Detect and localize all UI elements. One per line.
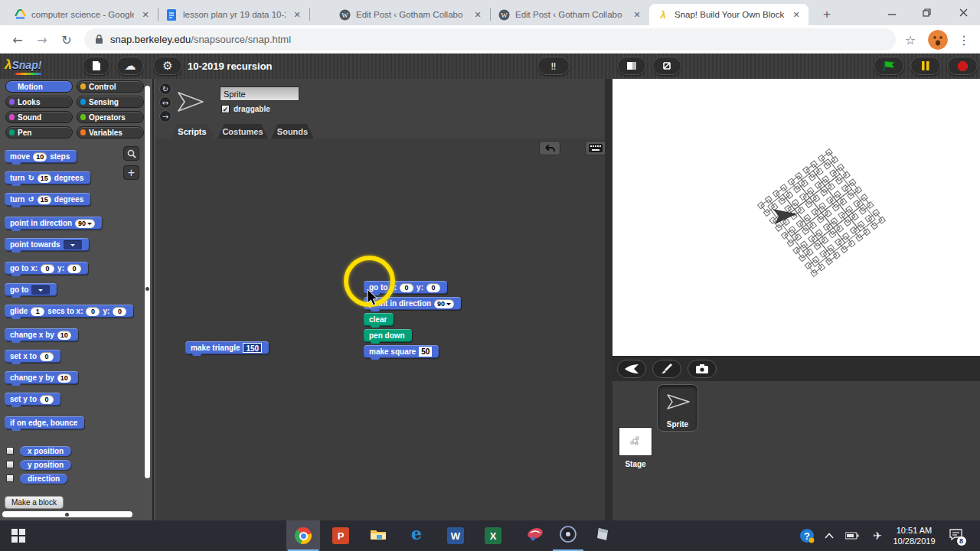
watcher-checkbox[interactable] (6, 447, 14, 455)
sprite-name-input[interactable] (220, 86, 299, 101)
forward-button[interactable]: → (32, 30, 52, 50)
category-button-variables[interactable]: Variables (77, 126, 144, 139)
category-button-control[interactable]: Control (77, 80, 144, 93)
category-button-motion[interactable]: Motion (5, 80, 73, 93)
undo-button[interactable] (539, 141, 560, 155)
green-flag-button[interactable] (874, 57, 904, 75)
battery-tray-icon[interactable] (841, 520, 864, 551)
script-block[interactable]: glide1secs to x:0y:0 (5, 305, 133, 318)
category-button-sensing[interactable]: Sensing (77, 96, 144, 108)
new-turtle-sprite-button[interactable] (617, 360, 646, 378)
script-block[interactable]: change x by10 (5, 328, 78, 341)
script-block[interactable]: set x to0 (5, 350, 60, 363)
block-number-input[interactable]: 0 (400, 283, 413, 292)
taskbar-app-excel[interactable]: X (476, 520, 510, 551)
category-button-pen[interactable]: Pen (5, 126, 73, 139)
category-button-sound[interactable]: Sound (5, 111, 73, 123)
tab-close-icon[interactable]: ✕ (631, 8, 643, 21)
sprite-thumbnail[interactable]: Sprite (657, 384, 698, 432)
scripts-canvas[interactable]: make triangle150 go to x:0y:0point in di… (155, 139, 605, 520)
rotate-style-none-button[interactable]: → (159, 110, 172, 122)
palette-horizontal-scrollbar[interactable] (2, 511, 132, 517)
script-block[interactable]: change y by10 (5, 371, 78, 384)
block-number-input[interactable]: 1 (31, 307, 44, 316)
help-tray-icon[interactable]: ? (796, 520, 818, 551)
taskbar-app-word[interactable]: W (439, 520, 472, 551)
taskbar-app-powerpoint[interactable]: P (324, 520, 358, 551)
browser-menu-button[interactable]: ⋮ (954, 30, 974, 50)
tab-close-icon[interactable]: ✕ (291, 8, 303, 21)
window-minimize-button[interactable] (875, 0, 909, 24)
script-block[interactable]: make square50 (364, 345, 439, 358)
stop-button[interactable] (947, 57, 978, 75)
script-block[interactable]: go to (5, 283, 57, 296)
taskbar-app-screen-recorder[interactable] (551, 520, 585, 551)
watcher-checkbox[interactable] (6, 474, 14, 482)
taskbar-app-smart-ink[interactable] (518, 520, 552, 551)
reporter-block[interactable]: x position (20, 446, 71, 456)
script-block[interactable]: go to x:0y:0 (5, 262, 88, 275)
tab-close-icon[interactable]: ✕ (790, 8, 802, 21)
category-button-operators[interactable]: Operators (77, 111, 144, 123)
script-block[interactable]: turn↺15degrees (5, 193, 90, 206)
block-number-input[interactable]: 0 (426, 283, 440, 292)
new-tab-button[interactable]: + (816, 4, 838, 25)
draggable-checkbox[interactable]: ✓ (221, 105, 230, 113)
block-number-input[interactable]: 10 (33, 152, 47, 161)
tray-overflow-chevron[interactable] (821, 520, 838, 551)
make-a-block-button[interactable]: Make a block (5, 496, 64, 509)
stage-thumbnail[interactable] (619, 427, 652, 456)
settings-gear-button[interactable]: ⚙ (153, 57, 182, 75)
back-button[interactable]: ← (8, 30, 28, 50)
block-text-input-selected[interactable]: 150 (243, 343, 262, 353)
taskbar-app-explorer[interactable] (361, 520, 395, 551)
cloud-menu-button[interactable]: ☁ (116, 57, 144, 75)
block-number-input[interactable]: 0 (67, 264, 81, 273)
script-block[interactable]: set y to0 (5, 393, 60, 406)
watcher-checkbox[interactable] (6, 461, 14, 468)
taskbar-app-edge[interactable]: e (400, 520, 433, 551)
taskbar-clock[interactable]: 10:51 AM 10/28/2019 (891, 520, 937, 551)
script-block[interactable]: point in direction90 (5, 217, 102, 230)
script-block[interactable]: point towards (5, 238, 89, 251)
block-number-input[interactable]: 0 (41, 264, 54, 273)
script-block[interactable]: clear (364, 313, 394, 326)
snap-logo[interactable]: λSnap! (5, 57, 41, 73)
camera-sprite-button[interactable] (688, 360, 717, 378)
start-button[interactable] (2, 520, 35, 551)
stage-size-button[interactable] (617, 57, 646, 75)
block-number-input[interactable]: 0 (40, 352, 54, 361)
block-number-input[interactable]: 0 (86, 307, 100, 316)
address-bar[interactable]: snap.berkeley.edu/snapsource/snap.html (84, 28, 896, 51)
block-text-input[interactable]: 50 (419, 347, 432, 357)
category-button-looks[interactable]: Looks (5, 96, 73, 108)
script-block[interactable]: if on edge, bounce (5, 416, 84, 429)
taskbar-app-notepad[interactable] (586, 520, 620, 551)
browser-tab[interactable]: WEdit Post ‹ Gotham Collabo✕ (331, 4, 490, 25)
reporter-block[interactable]: direction (20, 474, 67, 484)
block-dropdown-input[interactable] (31, 285, 50, 295)
block-number-input[interactable]: 15 (38, 195, 51, 204)
block-number-input[interactable]: 15 (38, 174, 51, 183)
visible-stepping-button[interactable]: ‼ (537, 57, 570, 75)
rotate-style-flip-button[interactable]: ↔ (159, 96, 172, 109)
block-number-input[interactable]: 0 (40, 395, 54, 404)
sprite-direction-arrow[interactable] (175, 88, 206, 116)
pause-button[interactable] (910, 57, 941, 75)
tab-sounds[interactable]: Sounds (271, 124, 314, 139)
action-center-button[interactable]: 8 (942, 520, 969, 551)
paint-new-sprite-button[interactable] (652, 360, 681, 378)
browser-tab[interactable]: WEdit Post ‹ Gotham Collabo✕ (490, 4, 649, 25)
block-number-input[interactable]: 10 (57, 373, 71, 383)
rotate-style-free-button[interactable]: ↻ (159, 83, 172, 95)
block-dropdown-input[interactable]: 90 (75, 219, 95, 228)
window-close-button[interactable] (946, 0, 980, 24)
stage[interactable] (612, 79, 980, 356)
reporter-block[interactable]: y position (20, 460, 71, 470)
script-block[interactable]: turn↻15degrees (5, 171, 90, 184)
browser-tab[interactable]: lesson plan yr 19 data 10-2✕ (158, 4, 309, 25)
block-number-input[interactable]: 10 (57, 331, 71, 340)
taskbar-app-chrome[interactable] (286, 520, 320, 551)
tab-close-icon[interactable]: ✕ (139, 8, 152, 21)
bookmark-star-button[interactable]: ☆ (900, 30, 920, 50)
